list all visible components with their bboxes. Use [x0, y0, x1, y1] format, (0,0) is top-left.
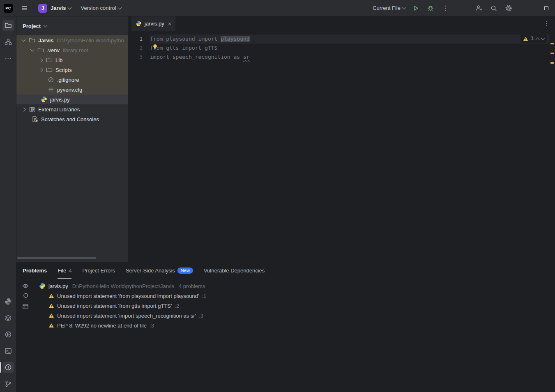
code-line-1[interactable]: 1 from playsound import playsound — [129, 35, 555, 44]
problem-row-4[interactable]: PEP 8: W292 no newline at end of file :3 — [16, 321, 555, 330]
code-text: from gtts import gTTS — [150, 44, 549, 53]
project-view-header[interactable]: Project — [16, 16, 128, 35]
ellipsis-icon: ⋯ — [5, 55, 12, 62]
problem-row-2[interactable]: Unused import statement 'from gtts impor… — [16, 301, 555, 311]
stripe-warning-mark[interactable] — [550, 53, 554, 54]
tree-label: External Libraries — [38, 106, 80, 113]
tree-row-jarvis-root[interactable]: Jarvis D:\Python\Hello World\pytho — [16, 35, 128, 45]
tree-row-scratches[interactable]: Scratches and Consoles — [16, 114, 128, 124]
problem-file-summary: 4 problems — [179, 283, 205, 289]
tree-row-gitignore[interactable]: .gitignore — [16, 75, 128, 85]
intention-bulb-icon[interactable] — [152, 44, 158, 50]
python-file-icon — [39, 283, 46, 289]
warning-icon — [48, 303, 54, 309]
maximize-button[interactable] — [540, 2, 553, 14]
tool-terminal-button[interactable] — [2, 345, 14, 357]
services-icon — [5, 331, 12, 338]
left-tool-strip: ⋯ — [0, 16, 16, 392]
maximize-icon — [544, 6, 548, 10]
line-number: 1 — [129, 35, 143, 44]
code-with-me-button[interactable] — [473, 2, 485, 14]
minimize-icon — [529, 8, 534, 8]
tool-services-button[interactable] — [2, 329, 14, 340]
tab-close-icon[interactable]: × — [168, 21, 171, 27]
editor-options-button[interactable]: ⋮ — [543, 20, 550, 27]
tool-python-packages-button[interactable] — [2, 296, 14, 307]
titlebar: PC J Jarvis Version control Current File — [0, 0, 555, 16]
tree-row-venv[interactable]: .venv library root — [16, 45, 128, 55]
warning-icon — [48, 313, 54, 318]
folder-icon — [5, 22, 12, 29]
tab-project-errors[interactable]: Project Errors — [82, 262, 115, 279]
debug-button[interactable] — [424, 2, 437, 14]
tab-label: File — [58, 267, 66, 274]
tree-label: pyvenv.cfg — [57, 87, 82, 93]
tool-project-button[interactable] — [2, 20, 14, 31]
horizontal-scrollbar[interactable] — [17, 257, 96, 259]
editor-area: jarvis.py × ⋮ 3 1 from playsound import … — [129, 16, 555, 262]
more-actions-button[interactable]: ⋮ — [439, 2, 451, 14]
vcs-label: Version control — [81, 5, 116, 11]
error-stripe[interactable] — [549, 31, 555, 262]
minimize-button[interactable] — [525, 2, 538, 14]
project-view-title: Project — [23, 23, 41, 29]
tree-row-external-libraries[interactable]: External Libraries — [16, 104, 128, 114]
warning-count: 3 — [531, 36, 534, 42]
terminal-icon — [5, 347, 12, 355]
tool-python-console-button[interactable] — [2, 312, 14, 324]
bulb-icon — [23, 293, 29, 300]
tab-vulnerable-dependencies[interactable]: Vulnerable Dependencies — [204, 262, 265, 279]
next-problem-icon[interactable] — [541, 36, 545, 40]
chevron-down-icon[interactable] — [30, 48, 35, 52]
code-editor[interactable]: 3 1 from playsound import playsound 2 fr… — [129, 31, 555, 62]
stripe-warning-mark[interactable] — [550, 62, 554, 64]
project-switcher[interactable]: J Jarvis — [37, 2, 73, 14]
settings-button[interactable] — [502, 2, 515, 14]
problem-row-1[interactable]: Unused import statement 'from playsound … — [16, 291, 555, 301]
chevron-down-icon — [44, 23, 48, 28]
code-line-3[interactable]: 3 import speech_recognition as sr — [129, 53, 555, 62]
run-configuration-selector[interactable]: Current File — [371, 2, 407, 14]
folder-icon — [46, 67, 53, 73]
chevron-right-icon[interactable] — [39, 68, 43, 72]
problem-file-row[interactable]: jarvis.py D:\Python\Hello World\pythonPr… — [16, 281, 555, 291]
problem-location: :1 — [202, 293, 206, 299]
more-tool-windows-button[interactable]: ⋯ — [2, 53, 14, 64]
stripe-warning-mark[interactable] — [550, 43, 554, 44]
tab-server-side-analysis[interactable]: Server-Side Analysis New — [126, 262, 193, 279]
vcs-widget[interactable]: Version control — [79, 2, 123, 14]
tool-structure-button[interactable] — [2, 36, 14, 48]
inspections-widget[interactable]: 3 — [520, 35, 547, 43]
folder-icon — [29, 37, 35, 44]
chevron-right-icon[interactable] — [22, 107, 26, 111]
tree-row-jarvis-py[interactable]: jarvis.py — [16, 95, 128, 104]
search-everywhere-button[interactable] — [488, 2, 500, 14]
quick-fix-button[interactable] — [21, 291, 30, 301]
problem-row-3[interactable]: Unused import statement 'import speech_r… — [16, 311, 555, 321]
tree-row-lib[interactable]: Lib — [16, 55, 128, 65]
tree-hint: D:\Python\Hello World\pytho — [57, 37, 124, 44]
tool-version-control-button[interactable] — [2, 378, 14, 390]
tree-row-pyvenv-cfg[interactable]: pyvenv.cfg — [16, 85, 128, 95]
code-line-2[interactable]: 2 from gtts import gTTS — [129, 44, 555, 53]
tree-hint: library root — [63, 47, 88, 53]
tab-count: 4 — [69, 267, 71, 274]
tool-problems-button[interactable] — [2, 362, 14, 373]
previous-problem-icon[interactable] — [536, 37, 540, 42]
chevron-right-icon[interactable] — [39, 58, 43, 62]
chevron-down-icon[interactable] — [22, 38, 26, 42]
pycharm-window: { "titlebar": { "logo_text": "PC", "proj… — [0, 0, 555, 392]
git-branch-icon — [5, 380, 12, 387]
preview-source-button[interactable] — [21, 281, 30, 291]
view-options-button[interactable] — [21, 302, 30, 311]
run-button[interactable] — [410, 2, 422, 14]
main-menu-button[interactable] — [18, 2, 31, 14]
folder-icon — [37, 47, 44, 53]
run-configuration-label: Current File — [373, 5, 401, 11]
tree-row-scripts[interactable]: Scripts — [16, 65, 128, 75]
warning-icon — [523, 36, 528, 42]
code-text: import speech_recognition as — [150, 54, 243, 60]
tab-file[interactable]: File 4 — [58, 262, 71, 279]
pycharm-logo: PC — [4, 4, 13, 13]
tab-jarvis-py[interactable]: jarvis.py × — [131, 16, 175, 31]
